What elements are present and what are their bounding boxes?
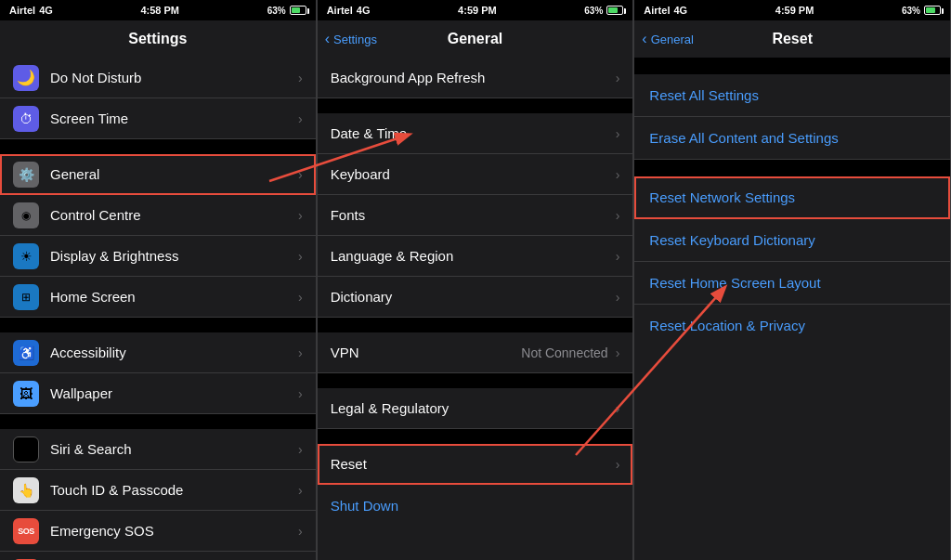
reset-list: Reset All Settings Erase All Content and…	[634, 58, 950, 560]
carrier-info-2: Airtel 4G	[327, 5, 371, 16]
nav-bar-2: ‹ Settings General	[318, 20, 633, 58]
battery-icon-1	[290, 6, 306, 15]
back-label-settings: Settings	[333, 33, 377, 46]
general-legal[interactable]: Legal & Regulatory ›	[318, 388, 633, 429]
chevron-icon: ›	[298, 442, 303, 457]
settings-home-screen[interactable]: ⊞ Home Screen ›	[0, 277, 316, 318]
chevron-icon: ›	[616, 345, 620, 360]
control-centre-icon: ◉	[13, 202, 39, 228]
settings-siri[interactable]: ◌ Siri & Search ›	[0, 429, 316, 470]
accessibility-icon: ♿	[13, 340, 39, 366]
general-shutdown[interactable]: Shut Down	[318, 485, 633, 526]
reset-network-settings[interactable]: Reset Network Settings	[634, 176, 950, 219]
general-fonts[interactable]: Fonts ›	[318, 195, 633, 236]
back-to-settings[interactable]: ‹ Settings	[325, 32, 377, 46]
back-chevron-icon: ‹	[325, 32, 330, 46]
screen-time-icon: ⏱	[13, 106, 39, 132]
vpn-label: VPN	[331, 345, 522, 360]
emergency-sos-icon: SOS	[13, 518, 39, 544]
chevron-icon: ›	[298, 345, 303, 360]
settings-exposure[interactable]: ⚠ Exposure Notifications ›	[0, 552, 316, 560]
nav-bar-1: Settings	[0, 20, 316, 58]
settings-do-not-disturb[interactable]: 🌙 Do Not Disturb ›	[0, 58, 316, 98]
general-vpn[interactable]: VPN Not Connected ›	[318, 332, 633, 373]
battery-info-2: 63%	[584, 6, 623, 16]
wallpaper-icon: 🖼	[13, 381, 39, 407]
time-3: 4:59 PM	[775, 5, 814, 16]
background-refresh-label: Background App Refresh	[331, 70, 612, 85]
chevron-icon: ›	[616, 208, 620, 223]
reset-all-settings[interactable]: Reset All Settings	[634, 74, 950, 117]
separator	[318, 98, 633, 113]
settings-emergency-sos[interactable]: SOS Emergency SOS ›	[0, 511, 316, 552]
chevron-icon: ›	[298, 111, 303, 126]
erase-all-content[interactable]: Erase All Content and Settings	[634, 117, 950, 160]
chevron-icon: ›	[298, 290, 303, 305]
general-list: Background App Refresh › Date & Time › K…	[318, 58, 633, 560]
settings-display[interactable]: ☀ Display & Brightness ›	[0, 236, 316, 277]
display-icon: ☀	[13, 243, 39, 269]
separator	[318, 318, 633, 332]
reset-label: Reset	[331, 456, 612, 472]
settings-touch-id[interactable]: 👆 Touch ID & Passcode ›	[0, 470, 316, 511]
control-centre-label: Control Centre	[50, 207, 294, 223]
date-time-label: Date & Time	[331, 125, 612, 141]
chevron-icon: ›	[298, 249, 303, 264]
home-screen-label: Home Screen	[50, 289, 294, 305]
general-background-refresh[interactable]: Background App Refresh ›	[318, 58, 633, 98]
home-screen-icon: ⊞	[13, 284, 39, 310]
touch-id-icon: 👆	[13, 477, 39, 503]
separator	[318, 429, 633, 444]
general-keyboard[interactable]: Keyboard ›	[318, 154, 633, 195]
general-dictionary[interactable]: Dictionary ›	[318, 277, 633, 318]
back-label-general: General	[651, 33, 694, 46]
time-2: 4:59 PM	[458, 5, 497, 16]
settings-panel: Airtel 4G 4:58 PM 63% Settings 🌙 Do Not …	[0, 0, 317, 560]
siri-icon: ◌	[13, 436, 39, 462]
battery-icon-2	[606, 6, 623, 15]
battery-info-1: 63%	[267, 6, 306, 16]
general-date-time[interactable]: Date & Time ›	[318, 113, 633, 154]
settings-screen-time[interactable]: ⏱ Screen Time ›	[0, 98, 316, 139]
emergency-sos-label: Emergency SOS	[50, 523, 294, 539]
reset-keyboard-dictionary[interactable]: Reset Keyboard Dictionary	[634, 219, 950, 262]
battery-info-3: 63%	[902, 6, 941, 16]
settings-general[interactable]: ⚙️ General ›	[0, 154, 316, 195]
back-chevron-icon: ‹	[642, 32, 646, 46]
status-bar-3: Airtel 4G 4:59 PM 63%	[634, 0, 950, 20]
carrier-3: Airtel	[644, 5, 670, 16]
separator	[0, 318, 316, 332]
chevron-icon: ›	[298, 208, 303, 223]
language-region-label: Language & Region	[331, 248, 612, 264]
chevron-icon: ›	[616, 457, 620, 472]
settings-control-centre[interactable]: ◉ Control Centre ›	[0, 195, 316, 236]
keyboard-label: Keyboard	[331, 166, 612, 182]
settings-wallpaper[interactable]: 🖼 Wallpaper ›	[0, 373, 316, 414]
general-reset[interactable]: Reset ›	[318, 444, 633, 485]
general-icon: ⚙️	[13, 162, 39, 188]
settings-accessibility[interactable]: ♿ Accessibility ›	[0, 332, 316, 373]
reset-location-privacy[interactable]: Reset Location & Privacy	[634, 305, 950, 346]
chevron-icon: ›	[616, 126, 620, 141]
general-language-region[interactable]: Language & Region ›	[318, 236, 633, 277]
chevron-icon: ›	[616, 401, 620, 416]
back-to-general[interactable]: ‹ General	[642, 32, 694, 46]
chevron-icon: ›	[616, 71, 620, 85]
time-1: 4:58 PM	[140, 5, 179, 16]
section-gap	[634, 58, 950, 74]
legal-label: Legal & Regulatory	[331, 400, 612, 416]
battery-percent-1: 63%	[267, 6, 286, 16]
carrier-1: Airtel	[9, 5, 35, 16]
separator	[0, 139, 316, 154]
chevron-icon: ›	[298, 71, 303, 85]
reset-home-screen-layout[interactable]: Reset Home Screen Layout	[634, 262, 950, 305]
carrier-info-3: Airtel 4G	[644, 5, 687, 16]
settings-list: 🌙 Do Not Disturb › ⏱ Screen Time › ⚙️ Ge…	[0, 58, 316, 560]
carrier-info-1: Airtel 4G	[9, 5, 53, 16]
dictionary-label: Dictionary	[331, 289, 612, 305]
battery-percent-3: 63%	[902, 6, 920, 16]
reset-home-screen-layout-label: Reset Home Screen Layout	[649, 275, 820, 291]
fonts-label: Fonts	[331, 207, 612, 223]
general-label: General	[50, 166, 294, 182]
network-2: 4G	[357, 5, 371, 16]
